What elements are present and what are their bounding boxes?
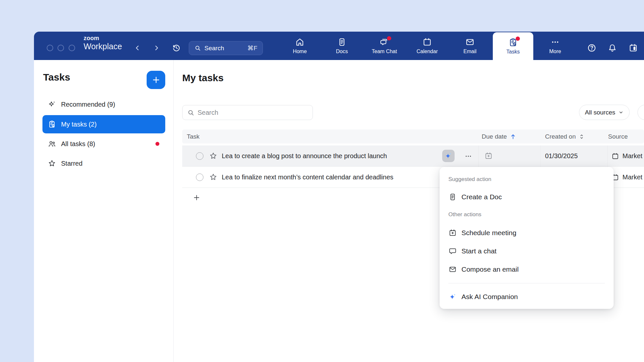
secondary-filter-dropdown-partial[interactable] bbox=[637, 105, 644, 120]
nav-tab-docs[interactable]: Docs bbox=[324, 32, 360, 60]
home-icon bbox=[295, 37, 305, 47]
column-header-due-date[interactable]: Due date bbox=[482, 133, 507, 140]
window-control-minimize[interactable] bbox=[57, 45, 64, 51]
column-header-source[interactable]: Source bbox=[608, 133, 628, 140]
search-placeholder: Search bbox=[204, 45, 224, 52]
forward-icon[interactable] bbox=[152, 43, 161, 53]
nav-tab-home[interactable]: Home bbox=[282, 32, 318, 60]
suggested-actions-menu: Suggested action Create a Doc Other acti… bbox=[440, 167, 614, 309]
nav-tab-more[interactable]: More bbox=[537, 32, 573, 60]
task-title[interactable]: Lea to create a blog post to announce th… bbox=[222, 145, 387, 167]
window-control-zoom[interactable] bbox=[69, 45, 75, 51]
all-tasks-badge bbox=[155, 142, 159, 146]
sidebar-item-label: Recommended (9) bbox=[61, 101, 115, 108]
nav-tab-label: Email bbox=[463, 49, 476, 54]
task-complete-checkbox[interactable] bbox=[196, 173, 203, 181]
sparkle-icon bbox=[48, 100, 56, 109]
menu-item-label: Compose an email bbox=[461, 265, 519, 273]
nav-tab-label: Home bbox=[293, 49, 307, 54]
sort-ascending-icon[interactable] bbox=[509, 133, 517, 140]
email-icon bbox=[465, 37, 475, 47]
nav-tab-label: Team Chat bbox=[372, 49, 397, 54]
add-task-inline-button[interactable] bbox=[191, 192, 202, 204]
sort-both-icon[interactable] bbox=[578, 133, 585, 140]
source-label: Market bbox=[622, 152, 642, 160]
tasks-icon bbox=[508, 38, 518, 47]
menu-item-start-chat[interactable]: Start a chat bbox=[443, 244, 610, 258]
search-shortcut: ⌘F bbox=[247, 44, 257, 52]
menu-section-label: Suggested action bbox=[448, 176, 491, 183]
tasks-sidebar: Tasks Recommended (9) bbox=[34, 60, 174, 362]
history-icon[interactable] bbox=[171, 42, 182, 53]
add-due-date-icon[interactable] bbox=[484, 152, 493, 160]
global-search-input[interactable]: Search ⌘F bbox=[189, 41, 263, 55]
help-icon[interactable] bbox=[585, 41, 598, 54]
nav-tab-label: Calendar bbox=[417, 49, 438, 54]
notifications-bell-icon[interactable] bbox=[606, 41, 619, 54]
ai-companion-icon[interactable] bbox=[442, 150, 455, 162]
people-icon bbox=[48, 140, 56, 148]
logo-line-zoom: zoom bbox=[84, 35, 122, 41]
tasks-badge bbox=[516, 37, 520, 41]
doc-icon bbox=[448, 193, 457, 201]
nav-tab-tasks-active[interactable]: Tasks bbox=[493, 32, 533, 60]
task-row-1[interactable]: Lea to create a blog post to announce th… bbox=[182, 145, 644, 167]
nav-tab-team-chat[interactable]: Team Chat bbox=[366, 32, 402, 60]
menu-item-label: Ask AI Companion bbox=[461, 293, 518, 301]
team-chat-badge bbox=[387, 36, 391, 40]
zoom-workplace-logo: zoom Workplace bbox=[84, 35, 122, 51]
tasks-search-input[interactable] bbox=[183, 105, 313, 120]
menu-item-label: Create a Doc bbox=[461, 193, 502, 201]
logo-line-workplace: Workplace bbox=[84, 42, 122, 51]
my-tasks-pane: My tasks All sources Task Due date bbox=[174, 60, 644, 362]
star-icon[interactable] bbox=[209, 152, 217, 160]
sidebar-item-recommended[interactable]: Recommended (9) bbox=[42, 95, 165, 113]
ai-companion-icon bbox=[448, 293, 457, 301]
more-icon bbox=[550, 37, 560, 47]
task-source[interactable]: Market bbox=[611, 145, 642, 167]
window-control-close[interactable] bbox=[47, 45, 53, 51]
envelope-icon bbox=[448, 265, 457, 274]
sidebar-item-my-tasks[interactable]: My tasks (2) bbox=[42, 115, 165, 133]
task-title[interactable]: Lea to finalize next month’s content cal… bbox=[222, 167, 394, 188]
calendar-panel-icon[interactable] bbox=[627, 41, 640, 54]
nav-tab-label: More bbox=[549, 49, 561, 54]
menu-item-ask-ai-companion[interactable]: Ask AI Companion bbox=[443, 290, 610, 304]
task-source[interactable]: Market bbox=[611, 167, 642, 188]
top-navbar: zoom Workplace Search ⌘F bbox=[34, 32, 644, 60]
sidebar-item-label: My tasks (2) bbox=[61, 121, 97, 128]
nav-tab-label: Docs bbox=[336, 49, 348, 54]
add-task-button[interactable] bbox=[147, 71, 165, 89]
sidebar-item-label: Starred bbox=[61, 160, 83, 167]
calendar-plus-icon bbox=[448, 229, 457, 237]
nav-tab-label: Tasks bbox=[507, 49, 520, 55]
sidebar-item-all-tasks[interactable]: All tasks (8) bbox=[42, 135, 165, 153]
sources-filter-value: All sources bbox=[585, 109, 615, 116]
menu-item-schedule-meeting[interactable]: Schedule meeting bbox=[443, 226, 610, 240]
clipboard-check-icon bbox=[48, 120, 56, 128]
task-complete-checkbox[interactable] bbox=[196, 152, 203, 160]
tasks-search-field bbox=[182, 105, 313, 120]
calendar-icon bbox=[611, 152, 619, 160]
chevron-down-icon bbox=[618, 110, 624, 115]
row-more-icon[interactable] bbox=[462, 152, 474, 160]
docs-icon bbox=[337, 37, 347, 47]
menu-item-label: Schedule meeting bbox=[461, 229, 516, 237]
chat-bubble-icon bbox=[448, 247, 457, 255]
nav-tab-email[interactable]: Email bbox=[452, 32, 488, 60]
menu-item-create-doc[interactable]: Create a Doc bbox=[443, 190, 610, 204]
created-on-value: 01/30/2025 bbox=[545, 145, 578, 167]
star-icon[interactable] bbox=[209, 173, 217, 181]
menu-item-compose-email[interactable]: Compose an email bbox=[443, 262, 610, 277]
column-header-task[interactable]: Task bbox=[187, 133, 200, 140]
back-icon[interactable] bbox=[133, 43, 142, 53]
sources-filter-dropdown[interactable]: All sources bbox=[579, 105, 630, 120]
sidebar-item-starred[interactable]: Starred bbox=[42, 154, 165, 173]
column-header-created-on[interactable]: Created on bbox=[545, 133, 576, 140]
nav-tab-calendar[interactable]: Calendar bbox=[409, 32, 445, 60]
search-icon bbox=[194, 45, 201, 52]
tasks-table-header: Task Due date Created on Source bbox=[182, 129, 644, 143]
app-window: zoom Workplace Search ⌘F bbox=[34, 32, 644, 362]
team-chat-icon bbox=[379, 37, 389, 47]
source-label: Market bbox=[622, 173, 642, 181]
